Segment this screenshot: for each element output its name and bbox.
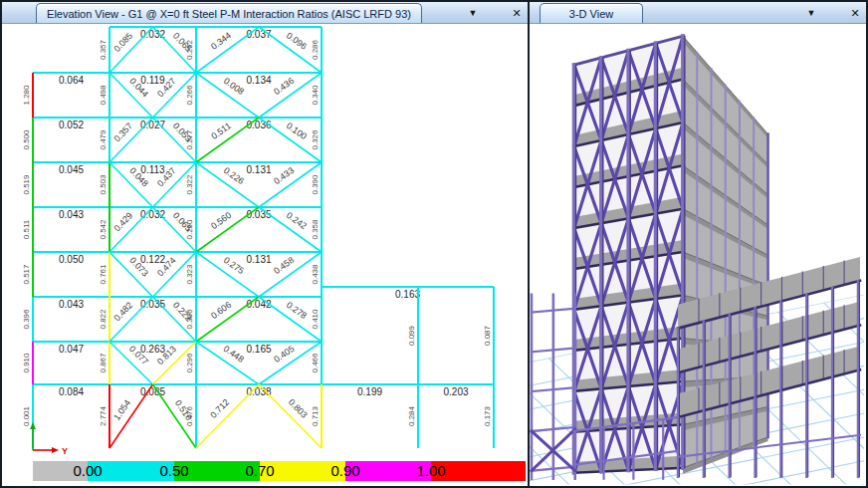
- member-value-label: 0.410: [311, 309, 320, 330]
- member-value-label: 0.479: [99, 129, 108, 150]
- y-axis-arrow-icon: [52, 447, 59, 453]
- member-value-label: 0.326: [311, 129, 320, 150]
- member-value-label: 0.466: [311, 353, 320, 373]
- elevation-window-controls: ▼ ✕: [462, 2, 528, 24]
- member-value-label: 0.390: [311, 174, 320, 195]
- view3d-title-tab[interactable]: 3-D View: [540, 3, 643, 23]
- member-value-label: 0.027: [140, 120, 165, 130]
- member-value-label: 0.113: [140, 164, 165, 175]
- view3d-window: 3-D View ▼ ✕: [530, 2, 866, 486]
- member-value-label: 0.438: [311, 264, 320, 285]
- member-value-label: 0.357: [99, 39, 108, 60]
- brace-member[interactable]: [196, 384, 259, 448]
- member-value-label: 0.032: [140, 29, 165, 40]
- elevation-title-tab[interactable]: Elevation View - G1 @ X=0 ft Steel P-M I…: [36, 3, 422, 23]
- member-value-label: 0.165: [246, 344, 271, 355]
- member-value-label: 0.087: [483, 325, 492, 346]
- member-value-label: 0.500: [22, 129, 31, 150]
- member-value-label: 0.511: [22, 219, 31, 239]
- member-value-label: 0.173: [483, 405, 492, 426]
- member-value-label: 0.517: [22, 264, 31, 285]
- view3d-window-controls: ▼ ✕: [800, 2, 866, 24]
- member-value-label: 0.084: [59, 386, 84, 397]
- member-value-label: 0.163: [395, 289, 420, 300]
- member-value-label: 1.280: [22, 85, 31, 106]
- member-value-label: 0.358: [311, 219, 320, 240]
- member-value-label: 0.286: [311, 39, 320, 60]
- member-value-label: 0.323: [185, 264, 194, 285]
- member-value-label: 0.296: [185, 353, 194, 373]
- elevation-titlebar: Elevation View - G1 @ X=0 ft Steel P-M I…: [2, 2, 528, 24]
- view3d-titlebar: 3-D View ▼ ✕: [530, 2, 866, 24]
- member-value-label: 0.085: [140, 386, 165, 397]
- member-value-label: 0.519: [22, 174, 31, 195]
- member-value-label: 0.038: [246, 386, 271, 397]
- view3d-canvas[interactable]: [530, 24, 866, 486]
- legend-label: 0.50: [159, 462, 188, 479]
- window-close-icon[interactable]: ✕: [506, 4, 528, 22]
- window-close-icon[interactable]: ✕: [844, 4, 866, 22]
- window-dropdown-icon[interactable]: ▼: [462, 4, 484, 22]
- sap2000-workspace: Elevation View - G1 @ X=0 ft Steel P-M I…: [0, 0, 868, 488]
- elevation-canvas[interactable]: 0.0640.0520.0450.0430.0500.0430.0470.084…: [2, 24, 528, 486]
- member-value-label: 0.396: [22, 309, 31, 330]
- member-value-label: 0.131: [246, 254, 271, 265]
- member-value-label: 0.043: [59, 209, 84, 220]
- member-value-label: 0.119: [140, 75, 165, 86]
- elevation-title: Elevation View - G1 @ X=0 ft Steel P-M I…: [47, 8, 411, 20]
- elevation-drawing[interactable]: 0.0640.0520.0450.0430.0500.0430.0470.084…: [2, 24, 528, 486]
- member-value-label: 0.867: [99, 353, 108, 373]
- view3d-drawing[interactable]: [530, 24, 864, 486]
- member-value-label: 0.761: [99, 264, 108, 285]
- member-value-label: 0.043: [59, 299, 84, 310]
- member-value-label: 0.050: [59, 254, 84, 265]
- view3d-title: 3-D View: [569, 8, 613, 20]
- member-value-label: 0.713: [311, 405, 320, 426]
- member-value-label: 0.064: [59, 75, 84, 86]
- member-value-label: 0.032: [140, 209, 165, 220]
- member-value-label: 0.203: [443, 386, 468, 397]
- member-value-label: 0.131: [246, 164, 271, 175]
- legend-label: 1.00: [416, 462, 445, 479]
- window-dropdown-icon[interactable]: ▼: [800, 4, 822, 22]
- legend-label: 0.00: [73, 462, 102, 479]
- member-value-label: 0.099: [407, 325, 416, 346]
- member-value-label: 0.134: [246, 75, 271, 86]
- member-value-label: 0.822: [99, 309, 108, 330]
- member-value-label: 0.340: [311, 85, 320, 106]
- grid-line: [530, 485, 864, 486]
- member-value-label: 0.052: [59, 120, 84, 130]
- member-value-label: 0.266: [185, 85, 194, 106]
- member-value-label: 0.047: [59, 344, 84, 355]
- y-axis-label: Y: [62, 446, 68, 456]
- member-value-label: 0.284: [407, 405, 416, 426]
- member-value-label: 0.001: [22, 405, 31, 426]
- member-value-label: 2.774: [99, 405, 108, 426]
- member-value-label: 0.910: [22, 353, 31, 373]
- member-value-label: 0.498: [99, 85, 108, 106]
- member-value-label: 0.045: [59, 164, 84, 175]
- legend-label: 0.70: [245, 462, 274, 479]
- member-value-label: 0.035: [140, 299, 165, 310]
- member-value-label: 0.322: [185, 174, 194, 195]
- member-value-label: 0.199: [357, 386, 382, 397]
- elevation-window: Elevation View - G1 @ X=0 ft Steel P-M I…: [2, 2, 528, 486]
- legend-label: 0.90: [330, 462, 359, 479]
- member-value-label: 0.503: [99, 174, 108, 195]
- member-value-label: 0.542: [99, 219, 108, 240]
